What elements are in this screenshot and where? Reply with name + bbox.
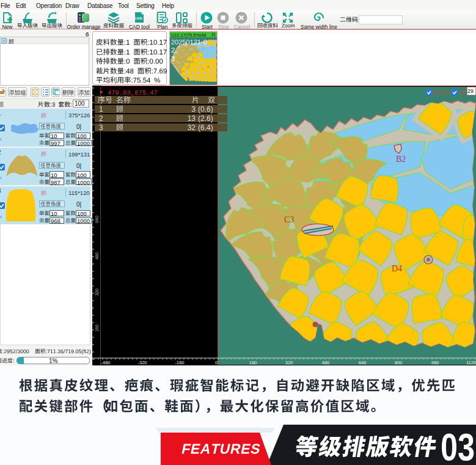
svg-text:640: 640 bbox=[359, 360, 367, 365]
svg-text:800: 800 bbox=[395, 360, 403, 365]
svg-text:CAD: CAD bbox=[134, 16, 143, 20]
svg-text:320: 320 bbox=[285, 360, 293, 365]
svg-text:960: 960 bbox=[431, 360, 439, 365]
svg-text:0: 0 bbox=[215, 360, 218, 365]
svg-text:480: 480 bbox=[322, 360, 330, 365]
svg-text:-160: -160 bbox=[175, 360, 184, 365]
svg-text:160: 160 bbox=[249, 360, 257, 365]
svg-text:-480: -480 bbox=[101, 360, 110, 365]
svg-text:1120: 1120 bbox=[466, 360, 476, 365]
svg-text:-320: -320 bbox=[137, 360, 147, 365]
